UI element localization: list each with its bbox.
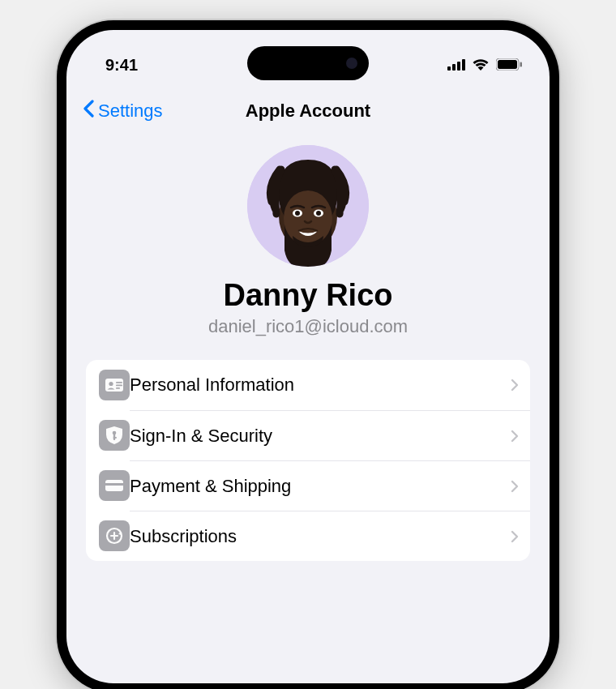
dynamic-island bbox=[247, 46, 369, 80]
profile-section: Danny Rico daniel_rico1@icloud.com bbox=[66, 134, 550, 360]
row-label: Payment & Shipping bbox=[130, 476, 498, 497]
back-label: Settings bbox=[98, 101, 163, 122]
credit-card-icon bbox=[99, 470, 130, 501]
row-label: Subscriptions bbox=[130, 526, 498, 547]
page-title: Apple Account bbox=[246, 101, 370, 122]
back-button[interactable]: Settings bbox=[83, 100, 163, 122]
svg-rect-3 bbox=[462, 59, 465, 71]
svg-rect-18 bbox=[116, 387, 120, 389]
row-label: Sign-In & Security bbox=[130, 426, 498, 447]
profile-email: daniel_rico1@icloud.com bbox=[66, 316, 550, 337]
wifi-icon bbox=[472, 56, 490, 75]
profile-name: Danny Rico bbox=[66, 278, 550, 313]
id-card-icon bbox=[99, 370, 130, 400]
screen: 9:41 Settings Apple Account bbox=[66, 30, 550, 683]
svg-point-15 bbox=[109, 382, 113, 386]
settings-list: Personal Information Sign-In & Security bbox=[86, 360, 530, 561]
shield-key-icon bbox=[99, 420, 130, 451]
svg-rect-21 bbox=[113, 437, 117, 439]
chevron-right-icon bbox=[511, 430, 519, 443]
svg-rect-0 bbox=[447, 66, 451, 71]
nav-bar: Settings Apple Account bbox=[66, 88, 550, 134]
battery-icon bbox=[496, 56, 522, 75]
svg-point-13 bbox=[316, 211, 321, 216]
svg-rect-23 bbox=[105, 483, 123, 486]
chevron-right-icon bbox=[511, 530, 519, 543]
refresh-plus-icon bbox=[99, 520, 130, 551]
status-right bbox=[447, 56, 522, 75]
svg-point-9 bbox=[284, 190, 332, 246]
svg-rect-2 bbox=[457, 62, 460, 71]
memoji-icon bbox=[247, 145, 369, 267]
row-label: Personal Information bbox=[130, 374, 498, 396]
svg-rect-17 bbox=[116, 385, 122, 387]
cellular-icon bbox=[447, 56, 465, 75]
phone-frame: 9:41 Settings Apple Account bbox=[57, 20, 559, 689]
chevron-right-icon bbox=[511, 379, 519, 392]
signin-security-row[interactable]: Sign-In & Security bbox=[86, 410, 530, 460]
svg-rect-5 bbox=[498, 60, 517, 69]
svg-rect-1 bbox=[452, 64, 456, 71]
subscriptions-row[interactable]: Subscriptions bbox=[86, 511, 530, 561]
personal-information-row[interactable]: Personal Information bbox=[86, 360, 530, 410]
svg-rect-16 bbox=[116, 382, 122, 383]
camera-dot bbox=[346, 58, 357, 69]
chevron-left-icon bbox=[83, 100, 95, 122]
svg-point-11 bbox=[295, 211, 300, 216]
chevron-right-icon bbox=[511, 480, 519, 493]
status-time: 9:41 bbox=[105, 56, 138, 75]
payment-shipping-row[interactable]: Payment & Shipping bbox=[86, 460, 530, 511]
avatar[interactable] bbox=[247, 145, 369, 267]
svg-rect-6 bbox=[520, 62, 523, 66]
